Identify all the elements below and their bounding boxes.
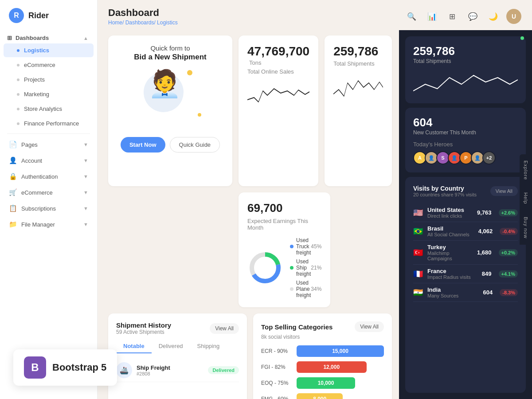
categories-title: Top Selling Categories [261, 323, 332, 331]
country-num-br: 4,062 [478, 228, 493, 235]
promo-illustration: 🧑‍💼 [135, 68, 206, 125]
illus-person: 🧑‍💼 [148, 68, 181, 99]
truck-pct: 45% [311, 243, 321, 250]
dark-sparkline [413, 69, 518, 95]
header: Dashboard Home/ Dashboards/ Logistics 🔍 … [98, 0, 532, 30]
logo-icon: R [9, 8, 24, 23]
chevron-right-icon: ▼ [83, 222, 88, 227]
history-item: 🚢 Ship Freight #2808 Delivered [116, 359, 239, 382]
explore-tab[interactable]: Explore [520, 154, 532, 186]
grid-icon[interactable]: ⊞ [445, 9, 459, 23]
history-title: Shipment History [116, 321, 171, 329]
categories-header: Top Selling Categories View All [261, 321, 384, 332]
breadcrumb-home: Home/ [108, 20, 125, 26]
country-row-us: 🇺🇸 United States Direct link clicks 9,76… [413, 203, 518, 222]
sidebar-item-ecommerce-nav[interactable]: 🛒 eCommerce ▼ [0, 184, 97, 200]
tab-shipping[interactable]: Shipping [190, 340, 227, 353]
bootstrap-watermark: B Bootstrap 5 [13, 349, 117, 386]
plane-label: Used Plane freight [296, 280, 311, 298]
sidebar-item-ecommerce[interactable]: eCommerce [4, 58, 94, 72]
tab-delivered[interactable]: Delivered [152, 340, 190, 353]
placeholder [336, 192, 392, 307]
dark-customers-label: New Customer This Month [413, 129, 518, 136]
legend-plane: Used Plane freight 34% [290, 280, 321, 298]
shipment-history-card: Shipment History 59 Active Shipments Vie… [108, 313, 247, 399]
main-content: Dashboard Home/ Dashboards/ Logistics 🔍 … [98, 0, 532, 399]
categories-view-all[interactable]: View All [355, 321, 384, 332]
cat-bar-fmg: 8,000 [297, 393, 343, 399]
sidebar-item-marketing[interactable]: Marketing [4, 87, 94, 101]
history-view-all[interactable]: View All [210, 323, 239, 334]
message-icon[interactable]: 💬 [466, 9, 480, 23]
separator [7, 133, 90, 134]
dot-icon [17, 64, 20, 66]
legend-truck: Used Truck freight 45% [290, 237, 321, 256]
active-dot [17, 49, 20, 52]
dot-icon [17, 93, 20, 96]
bar-chart-icon[interactable]: 📊 [425, 9, 439, 23]
dark-customers-card: 604 New Customer This Month Today's Hero… [405, 108, 526, 172]
visits-title: Visits by Country [413, 185, 477, 192]
promo-card: Quick form to Bid a New Shipment 🧑‍💼 Sta… [108, 35, 232, 186]
country-change-tr: +0.2% [499, 249, 518, 256]
categories-subtitle: 8k social visitors [261, 334, 384, 340]
sidebar-item-subscriptions[interactable]: 📋 Subscriptions ▼ [0, 200, 97, 216]
donut-area: Used Truck freight 45% Used Ship freight… [247, 237, 321, 298]
sidebar-item-projects[interactable]: Projects [4, 73, 94, 86]
country-name-in: India [427, 286, 479, 293]
history-subtitle: 59 Active Shipments [116, 329, 171, 335]
ecommerce-icon: 🛒 [9, 188, 17, 196]
side-tabs: Explore Help Buy now [520, 154, 532, 245]
flag-us: 🇺🇸 [413, 208, 423, 218]
legend-ship: Used Ship freight 21% [290, 258, 321, 277]
second-row: 69,700 Expected Earnings This Month [108, 192, 392, 307]
sidebar-item-finance[interactable]: Finance Performance [4, 117, 94, 130]
country-source-in: Many Sources [427, 293, 479, 298]
ship-icon: 🚢 [116, 362, 132, 378]
start-now-button[interactable]: Start Now [121, 137, 165, 153]
sidebar-item-pages[interactable]: 📄 Pages ▼ [0, 137, 97, 153]
right-panel: 259,786 Total Shipments 604 New Customer… [399, 30, 532, 399]
chevron-right-icon: ▼ [83, 206, 88, 211]
chevron-right-icon: ▼ [83, 158, 88, 163]
ship-pct: 21% [311, 265, 321, 271]
dashboards-section-header[interactable]: ⊞ Dashboards ▲ [0, 31, 97, 43]
dark-shipments-number: 259,786 [413, 44, 518, 58]
cat-label-fgi: FGI - 82% [261, 364, 292, 370]
truck-label: Used Truck freight [296, 237, 311, 256]
country-num-tr: 1,680 [477, 249, 492, 256]
country-info-in: India Many Sources [427, 286, 479, 298]
header-right: 🔍 📊 ⊞ 💬 🌙 U [404, 9, 521, 24]
cat-label-ecr: ECR - 90% [261, 348, 292, 354]
buy-now-tab[interactable]: Buy now [520, 211, 532, 245]
quick-guide-button[interactable]: Quick Guide [170, 137, 220, 153]
total-sales-label: Total Online Sales [247, 68, 309, 75]
country-source-fr: Impact Radius visits [427, 274, 477, 280]
sidebar-item-logistics[interactable]: Logistics [4, 43, 94, 57]
country-source-br: All Social Channels [427, 232, 474, 237]
visits-by-country-card: Visits by Country 20 countries share 97%… [405, 177, 526, 393]
visits-subtitle: 20 countries share 97% visits [413, 192, 477, 197]
dark-shipments-card: 259,786 Total Shipments [405, 36, 526, 103]
file-manager-icon: 📁 [9, 220, 17, 228]
dark-mode-icon[interactable]: 🌙 [486, 9, 500, 23]
promo-buttons: Start Now Quick Guide [121, 137, 220, 153]
country-change-in: -8.3% [500, 289, 518, 296]
item-name: Ship Freight [137, 364, 203, 371]
sidebar-item-account[interactable]: 👤 Account ▼ [0, 153, 97, 168]
categories-card: Top Selling Categories View All 8k socia… [253, 313, 392, 399]
sidebar-logo[interactable]: R Rider [0, 0, 97, 31]
help-tab[interactable]: Help [520, 186, 532, 211]
sidebar-item-authentication[interactable]: 🔒 Authentication ▼ [0, 168, 97, 184]
search-icon[interactable]: 🔍 [404, 9, 419, 23]
user-avatar[interactable]: U [506, 9, 521, 24]
tab-notable[interactable]: Notable [116, 340, 152, 353]
history-info: Ship Freight #2808 [137, 364, 203, 376]
content-area: Quick form to Bid a New Shipment 🧑‍💼 Sta… [98, 30, 532, 399]
cat-row-fmg: FMG - 60% 8,000 [261, 393, 384, 399]
sidebar-item-store-analytics[interactable]: Store Analytics [4, 102, 94, 116]
total-shipments-label: Total Shipments [333, 60, 383, 67]
sidebar-item-file-manager[interactable]: 📁 File Manager ▼ [0, 216, 97, 232]
visits-view-all[interactable]: View All [490, 186, 518, 196]
illus-dot2 [198, 113, 201, 117]
